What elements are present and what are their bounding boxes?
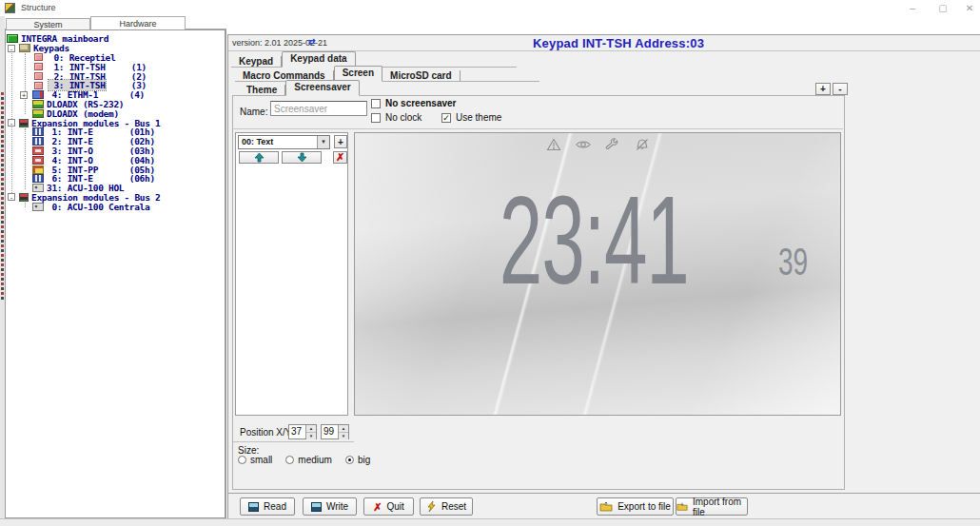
position-divider [233,441,354,442]
keypad-icon [34,82,43,89]
import-button[interactable]: Import from file [676,497,748,516]
write-button[interactable]: Write [303,497,357,516]
tree-item[interactable]: 0: ACU-100 Centrala [6,202,225,211]
move-down-button[interactable] [282,151,322,164]
dloadx-icon [32,109,44,118]
tab-system[interactable]: System [6,18,90,29]
quit-button[interactable]: ✗ Quit [363,497,414,516]
int-o-icon [32,146,44,155]
element-listbox[interactable] [235,132,348,416]
hardware-tree-panel: INTEGRA mainboard-Keypads 0: Receptiel 1… [5,29,226,518]
tab-hardware[interactable]: Hardware [90,16,186,29]
keypad-icon [34,63,43,70]
collapse-icon[interactable]: - [8,119,15,127]
window-title: Structure [21,3,56,12]
dloadx-icon [32,100,44,108]
bottom-strip [0,518,980,526]
maximize-icon[interactable]: ▢ [931,0,955,16]
tab-screensaver[interactable]: Screensaver [285,80,360,96]
read-label: Read [264,501,286,512]
acu-icon [32,184,44,192]
close-icon[interactable]: ✕ [957,0,980,16]
spin-down-icon: ▼ [339,433,348,439]
bus-icon [19,193,29,202]
int-o-icon [32,156,44,165]
size-radio-label: small [250,455,272,465]
position-y-stepper[interactable]: 99 ▲ ▼ [321,424,349,439]
int-e2-icon [32,174,44,183]
spin-up-icon: ▲ [339,425,348,433]
remove-button[interactable]: - [833,83,848,95]
spin-down-icon: ▼ [306,433,316,439]
left-tab-bar: System Hardware [5,16,226,29]
name-label: Name: [240,107,267,117]
no-screensaver-label: No screensaver [385,98,457,108]
position-y-value[interactable]: 99 [322,425,338,438]
use-theme-checkbox[interactable]: ✓ Use theme [441,112,501,123]
collapse-icon[interactable]: - [8,45,15,52]
import-label: Import from file [693,497,747,517]
keypad-write-icon [311,502,322,512]
screensaver-preview[interactable]: 23:41 39 [354,132,841,416]
size-radio-label: medium [298,455,332,465]
use-theme-label: Use theme [456,112,501,123]
app-icon [5,3,15,13]
wrench-icon [605,138,620,151]
no-clock-checkbox[interactable]: No clock [371,112,421,123]
no-screensaver-checkbox[interactable]: No screensaver [371,98,457,108]
reset-label: Reset [441,501,466,512]
radio-icon [238,456,246,464]
collapse-icon[interactable]: - [8,193,15,201]
ethm-icon [32,90,44,99]
add-button[interactable]: + [815,83,831,95]
reset-button[interactable]: Reset [420,497,473,516]
eye-icon [576,138,591,151]
position-x-stepper[interactable]: 37 ▲ ▼ [288,424,317,439]
position-x-value[interactable]: 37 [289,425,305,438]
clock-seconds: 39 [778,246,808,277]
checkbox-icon [371,113,381,123]
clock-time: 23:41 [499,192,688,290]
quit-x-icon: ✗ [373,502,382,512]
keypad-read-icon [248,502,259,512]
stepper-arrows[interactable]: ▲ ▼ [305,425,316,438]
arrow-up-icon [254,152,265,163]
bell-muted-icon [635,138,650,151]
tree-items: INTEGRA mainboard-Keypads 0: Receptiel 1… [6,34,225,211]
name-input[interactable] [270,101,367,116]
mainboard-icon [7,34,18,43]
minimize-icon[interactable]: – [900,0,925,16]
element-type-select[interactable]: 00: Text ▼ [238,135,330,149]
radio-icon [285,456,294,464]
size-radio-medium[interactable]: medium [285,455,332,465]
reset-icon [426,501,437,513]
chevron-down-icon[interactable]: ▼ [317,136,329,148]
tab-row-theme: ThemeScreensaver [239,82,524,96]
no-clock-label: No clock [385,112,421,123]
warning-icon [546,138,561,151]
clock-preview[interactable]: 23:41 39 [388,192,841,290]
page-title: Keypad INT-TSH Address:03 [533,36,818,50]
radio-icon [345,456,354,464]
stepper-arrows[interactable]: ▲ ▼ [338,425,348,438]
read-button[interactable]: Read [240,497,295,516]
name-divider [233,128,843,129]
move-up-button[interactable] [239,151,279,164]
tab-keypad[interactable]: Keypad [231,56,282,67]
sync-icon[interactable]: ⇄ [308,37,316,47]
add-element-button[interactable]: + [334,135,347,148]
size-radio-label: big [358,455,370,465]
tab-microsd-card[interactable]: MicroSD card [382,70,460,81]
keypad-icon [34,72,43,80]
import-file-icon [676,501,688,512]
expand-icon[interactable]: + [20,91,28,99]
quit-label: Quit [386,501,403,512]
keypads-icon [19,44,30,52]
size-radio-big[interactable]: big [345,455,370,465]
delete-element-button[interactable]: ✗ [333,151,347,164]
tab-theme[interactable]: Theme [239,85,285,95]
size-radio-small[interactable]: small [238,455,272,465]
checkbox-checked-icon: ✓ [441,113,451,123]
export-button[interactable]: Export to file [597,497,674,516]
checkbox-icon [371,99,381,108]
